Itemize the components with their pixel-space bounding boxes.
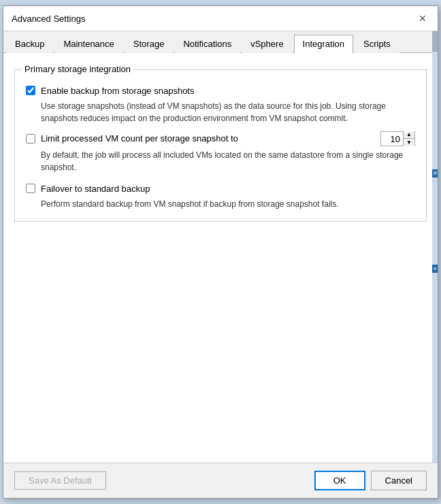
spinner-down-button[interactable]: ▼ (404, 139, 414, 146)
vm-count-input[interactable] (381, 132, 403, 146)
tab-scripts[interactable]: Scripts (355, 35, 399, 53)
tab-integration[interactable]: Integration (294, 35, 353, 53)
footer-left: Save As Default (14, 471, 106, 490)
close-button[interactable]: ✕ (416, 12, 429, 25)
tab-storage[interactable]: Storage (125, 35, 174, 53)
option1-label: Enable backup from storage snapshots (41, 85, 194, 97)
title-bar: Advanced Settings ✕ (3, 6, 438, 31)
option2-description: By default, the job will process all inc… (41, 149, 415, 173)
option1-row: Enable backup from storage snapshots (26, 85, 415, 97)
spinner-up-button[interactable]: ▲ (404, 131, 414, 139)
tab-vsphere[interactable]: vSphere (242, 35, 292, 53)
tab-notifications[interactable]: Notifications (174, 35, 240, 53)
main-content: Primary storage integration Enable backu… (3, 53, 438, 463)
limit-vm-count-checkbox[interactable] (26, 134, 35, 144)
right-indicator-2: e (432, 265, 438, 273)
cancel-button[interactable]: Cancel (371, 471, 427, 490)
tab-backup[interactable]: Backup (6, 35, 53, 53)
option1-description: Use storage snapshots (instead of VM sna… (41, 100, 415, 124)
spinner-buttons: ▲ ▼ (403, 131, 414, 146)
tab-maintenance[interactable]: Maintenance (54, 35, 122, 53)
tab-bar: Backup Maintenance Storage Notifications… (3, 31, 438, 53)
option3-label: Failover to standard backup (41, 183, 150, 195)
vm-count-spinner: ▲ ▼ (380, 131, 415, 146)
option3-row: Failover to standard backup (26, 183, 415, 195)
primary-storage-section: Primary storage integration Enable backu… (14, 69, 427, 222)
option2-row: Limit processed VM count per storage sna… (26, 131, 415, 146)
option3-description: Perform standard backup from VM snapshot… (41, 198, 415, 210)
scrollbar-thumb[interactable] (432, 31, 438, 52)
enable-snapshot-checkbox[interactable] (26, 86, 35, 95)
window-title: Advanced Settings (12, 14, 85, 24)
option2-label: Limit processed VM count per storage sna… (41, 133, 375, 145)
failover-checkbox[interactable] (26, 184, 35, 193)
footer: Save As Default OK Cancel (3, 463, 438, 498)
save-default-button[interactable]: Save As Default (14, 471, 106, 490)
scrollbar-track[interactable] (432, 31, 438, 463)
section-legend: Primary storage integration (22, 64, 133, 74)
right-indicator-1: B (432, 169, 438, 178)
ok-button[interactable]: OK (314, 471, 365, 490)
footer-right: OK Cancel (314, 471, 427, 490)
